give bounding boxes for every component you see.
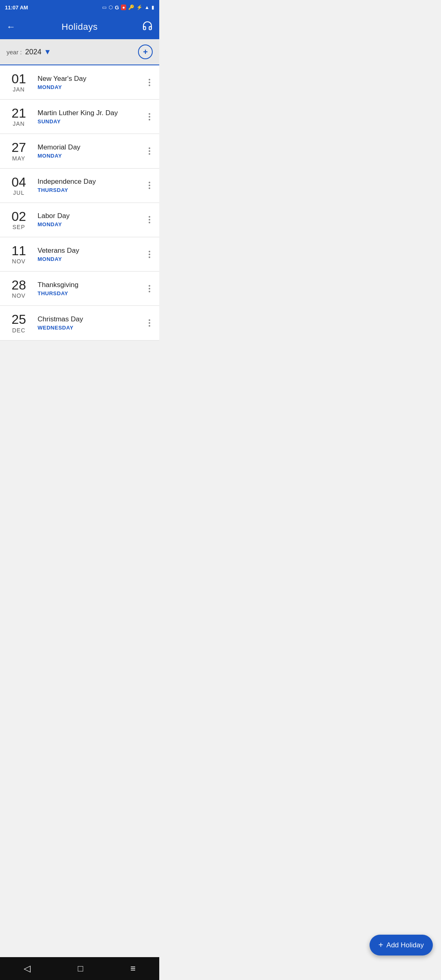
holiday-info: New Year's Day MONDAY xyxy=(38,75,146,90)
holiday-info: Labor Day MONDAY xyxy=(38,212,146,227)
holiday-day-number: 11 xyxy=(11,244,26,258)
holiday-weekday: MONDAY xyxy=(38,256,146,262)
back-button[interactable]: ← xyxy=(7,22,23,32)
holiday-weekday: THURSDAY xyxy=(38,290,146,296)
holiday-day-number: 21 xyxy=(11,106,26,120)
holiday-weekday: MONDAY xyxy=(38,84,146,90)
holiday-day-number: 25 xyxy=(11,312,26,327)
holiday-day-number: 28 xyxy=(11,278,26,292)
list-item: 11 NOV Veterans Day MONDAY xyxy=(0,237,159,272)
holiday-info: Martin Luther King Jr. Day SUNDAY xyxy=(38,109,146,125)
holiday-month: NOV xyxy=(12,292,25,299)
holiday-month: NOV xyxy=(12,258,25,265)
holiday-info: Independence Day THURSDAY xyxy=(38,178,146,193)
holiday-month: JUL xyxy=(13,189,24,196)
holiday-info: Thanksgiving THURSDAY xyxy=(38,281,146,296)
holiday-weekday: THURSDAY xyxy=(38,187,146,193)
holiday-date: 25 DEC xyxy=(7,312,31,333)
add-year-button[interactable]: + xyxy=(138,45,153,59)
more-options-button[interactable] xyxy=(146,111,153,123)
app-bar: ← Holidays xyxy=(0,15,159,39)
holiday-weekday: WEDNESDAY xyxy=(38,325,146,331)
holiday-date: 01 JAN xyxy=(7,72,31,93)
holiday-date: 02 SEP xyxy=(7,209,31,230)
more-options-button[interactable] xyxy=(146,179,153,192)
holiday-day-number: 27 xyxy=(11,140,26,155)
holiday-name: Independence Day xyxy=(38,178,146,186)
holiday-name: Labor Day xyxy=(38,212,146,220)
page-title: Holidays xyxy=(23,22,136,32)
year-selector: year : 2024 ▼ + xyxy=(0,39,159,65)
holiday-weekday: MONDAY xyxy=(38,221,146,227)
list-item: 25 DEC Christmas Day WEDNESDAY xyxy=(0,306,159,340)
list-item: 27 MAY Memorial Day MONDAY xyxy=(0,134,159,168)
holiday-name: Christmas Day xyxy=(38,315,146,323)
holiday-month: DEC xyxy=(12,327,26,334)
year-value: 2024 xyxy=(25,48,42,56)
holiday-info: Veterans Day MONDAY xyxy=(38,247,146,262)
holiday-list: 01 JAN New Year's Day MONDAY 21 JAN Mart… xyxy=(0,65,159,377)
holiday-weekday: MONDAY xyxy=(38,153,146,159)
wifi-icon: ▲ xyxy=(145,4,149,10)
list-item: 21 JAN Martin Luther King Jr. Day SUNDAY xyxy=(0,100,159,134)
key-icon: 🔑 xyxy=(128,4,134,10)
battery-icon: ▮ xyxy=(151,4,154,10)
holiday-month: SEP xyxy=(12,224,25,230)
holiday-name: Veterans Day xyxy=(38,247,146,255)
status-time: 11:07 AM xyxy=(5,4,28,11)
status-icons: ▭ ⬡ G ● 🔑 ⚡ ▲ ▮ xyxy=(102,4,154,11)
cast-icon: ⬡ xyxy=(109,4,113,10)
holiday-date: 04 JUL xyxy=(7,175,31,196)
list-item: 01 JAN New Year's Day MONDAY xyxy=(0,65,159,100)
more-options-button[interactable] xyxy=(146,317,153,329)
camera-indicator-icon: ● xyxy=(121,4,126,10)
more-options-button[interactable] xyxy=(146,283,153,295)
holiday-name: Martin Luther King Jr. Day xyxy=(38,109,146,117)
holiday-month: JAN xyxy=(13,86,24,93)
holiday-date: 27 MAY xyxy=(7,140,31,161)
holiday-info: Christmas Day WEDNESDAY xyxy=(38,315,146,331)
status-bar: 11:07 AM ▭ ⬡ G ● 🔑 ⚡ ▲ ▮ xyxy=(0,0,159,15)
screen-record-icon: ▭ xyxy=(102,4,107,10)
list-item: 28 NOV Thanksgiving THURSDAY xyxy=(0,272,159,306)
holiday-day-number: 02 xyxy=(11,209,26,224)
more-options-button[interactable] xyxy=(146,214,153,226)
more-options-button[interactable] xyxy=(146,248,153,261)
year-label: year : xyxy=(7,49,22,56)
holiday-day-number: 04 xyxy=(11,175,26,189)
holiday-name: New Year's Day xyxy=(38,75,146,83)
list-item: 04 JUL Independence Day THURSDAY xyxy=(0,169,159,203)
holiday-info: Memorial Day MONDAY xyxy=(38,143,146,159)
holiday-name: Memorial Day xyxy=(38,143,146,151)
year-dropdown[interactable]: 2024 ▼ xyxy=(25,48,138,56)
chevron-down-icon: ▼ xyxy=(44,48,51,56)
holiday-day-number: 01 xyxy=(11,72,26,86)
holiday-month: MAY xyxy=(12,155,25,162)
holiday-date: 11 NOV xyxy=(7,244,31,265)
holiday-weekday: SUNDAY xyxy=(38,118,146,125)
holiday-date: 28 NOV xyxy=(7,278,31,299)
list-item: 02 SEP Labor Day MONDAY xyxy=(0,203,159,237)
holiday-name: Thanksgiving xyxy=(38,281,146,289)
bluetooth-icon: ⚡ xyxy=(136,4,143,10)
headset-icon[interactable] xyxy=(136,20,153,33)
more-options-button[interactable] xyxy=(146,145,153,157)
holiday-month: JAN xyxy=(13,120,24,127)
google-icon: G xyxy=(115,4,119,11)
holiday-date: 21 JAN xyxy=(7,106,31,127)
more-options-button[interactable] xyxy=(146,76,153,89)
